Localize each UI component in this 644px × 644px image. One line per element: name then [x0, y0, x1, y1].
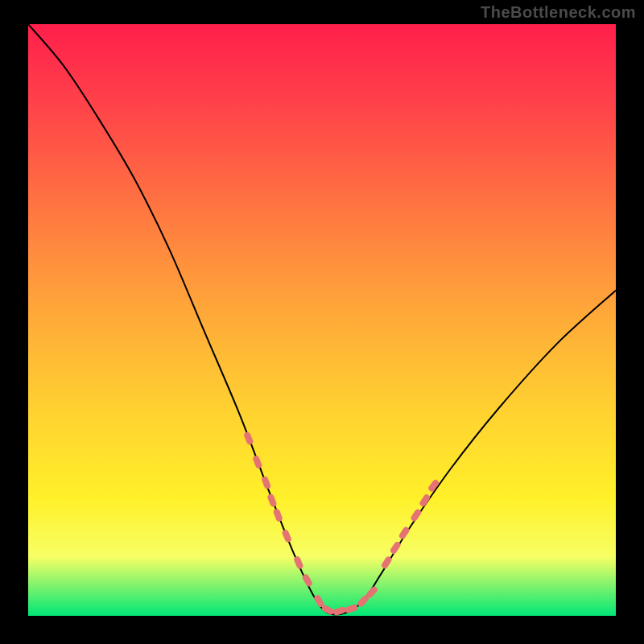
plot-area	[28, 24, 616, 616]
data-marker	[261, 476, 271, 490]
data-marker	[419, 493, 431, 508]
bottleneck-curve	[28, 24, 616, 615]
data-marker	[332, 606, 347, 616]
data-marker	[273, 508, 283, 522]
curve-svg	[28, 24, 616, 616]
data-marker	[281, 529, 292, 543]
data-marker	[345, 604, 359, 614]
chart-frame: TheBottleneck.com	[0, 0, 644, 644]
data-marker	[293, 555, 304, 570]
data-marker	[243, 431, 254, 446]
marker-group	[243, 431, 440, 616]
data-marker	[266, 493, 277, 508]
data-marker	[252, 455, 262, 469]
data-marker	[410, 508, 423, 522]
watermark-text: TheBottleneck.com	[481, 3, 636, 22]
